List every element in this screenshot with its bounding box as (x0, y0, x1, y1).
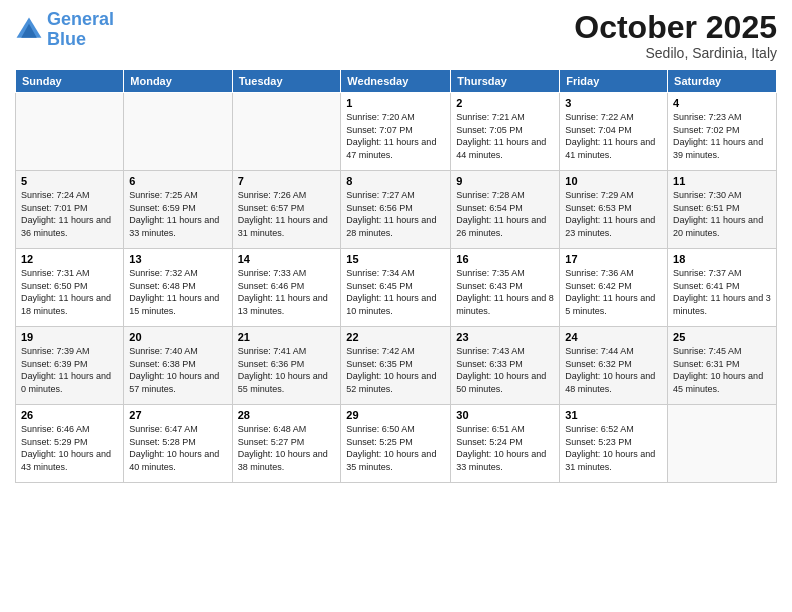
day-cell: 2Sunrise: 7:21 AM Sunset: 7:05 PM Daylig… (451, 93, 560, 171)
day-number: 5 (21, 175, 118, 187)
day-info: Sunrise: 6:47 AM Sunset: 5:28 PM Dayligh… (129, 423, 226, 473)
day-cell: 22Sunrise: 7:42 AM Sunset: 6:35 PM Dayli… (341, 327, 451, 405)
day-cell: 4Sunrise: 7:23 AM Sunset: 7:02 PM Daylig… (668, 93, 777, 171)
day-cell: 9Sunrise: 7:28 AM Sunset: 6:54 PM Daylig… (451, 171, 560, 249)
day-info: Sunrise: 7:35 AM Sunset: 6:43 PM Dayligh… (456, 267, 554, 317)
day-cell: 15Sunrise: 7:34 AM Sunset: 6:45 PM Dayli… (341, 249, 451, 327)
day-cell: 11Sunrise: 7:30 AM Sunset: 6:51 PM Dayli… (668, 171, 777, 249)
day-cell: 6Sunrise: 7:25 AM Sunset: 6:59 PM Daylig… (124, 171, 232, 249)
day-info: Sunrise: 7:27 AM Sunset: 6:56 PM Dayligh… (346, 189, 445, 239)
day-info: Sunrise: 6:51 AM Sunset: 5:24 PM Dayligh… (456, 423, 554, 473)
day-cell: 16Sunrise: 7:35 AM Sunset: 6:43 PM Dayli… (451, 249, 560, 327)
day-cell: 30Sunrise: 6:51 AM Sunset: 5:24 PM Dayli… (451, 405, 560, 483)
day-info: Sunrise: 7:41 AM Sunset: 6:36 PM Dayligh… (238, 345, 336, 395)
day-number: 2 (456, 97, 554, 109)
day-cell: 12Sunrise: 7:31 AM Sunset: 6:50 PM Dayli… (16, 249, 124, 327)
day-cell (232, 93, 341, 171)
day-number: 24 (565, 331, 662, 343)
day-cell: 20Sunrise: 7:40 AM Sunset: 6:38 PM Dayli… (124, 327, 232, 405)
day-cell: 18Sunrise: 7:37 AM Sunset: 6:41 PM Dayli… (668, 249, 777, 327)
day-number: 15 (346, 253, 445, 265)
day-cell: 14Sunrise: 7:33 AM Sunset: 6:46 PM Dayli… (232, 249, 341, 327)
day-cell (16, 93, 124, 171)
page: General Blue October 2025 Sedilo, Sardin… (0, 0, 792, 612)
day-info: Sunrise: 6:48 AM Sunset: 5:27 PM Dayligh… (238, 423, 336, 473)
week-row-4: 19Sunrise: 7:39 AM Sunset: 6:39 PM Dayli… (16, 327, 777, 405)
header-row: SundayMondayTuesdayWednesdayThursdayFrid… (16, 70, 777, 93)
day-cell: 26Sunrise: 6:46 AM Sunset: 5:29 PM Dayli… (16, 405, 124, 483)
day-cell: 23Sunrise: 7:43 AM Sunset: 6:33 PM Dayli… (451, 327, 560, 405)
col-header-thursday: Thursday (451, 70, 560, 93)
day-cell: 31Sunrise: 6:52 AM Sunset: 5:23 PM Dayli… (560, 405, 668, 483)
day-cell: 10Sunrise: 7:29 AM Sunset: 6:53 PM Dayli… (560, 171, 668, 249)
day-number: 3 (565, 97, 662, 109)
day-number: 10 (565, 175, 662, 187)
day-info: Sunrise: 7:42 AM Sunset: 6:35 PM Dayligh… (346, 345, 445, 395)
col-header-sunday: Sunday (16, 70, 124, 93)
day-info: Sunrise: 7:28 AM Sunset: 6:54 PM Dayligh… (456, 189, 554, 239)
week-row-2: 5Sunrise: 7:24 AM Sunset: 7:01 PM Daylig… (16, 171, 777, 249)
day-number: 21 (238, 331, 336, 343)
day-info: Sunrise: 7:21 AM Sunset: 7:05 PM Dayligh… (456, 111, 554, 161)
day-info: Sunrise: 7:37 AM Sunset: 6:41 PM Dayligh… (673, 267, 771, 317)
day-cell: 3Sunrise: 7:22 AM Sunset: 7:04 PM Daylig… (560, 93, 668, 171)
month-title: October 2025 (574, 10, 777, 45)
day-number: 13 (129, 253, 226, 265)
day-info: Sunrise: 7:39 AM Sunset: 6:39 PM Dayligh… (21, 345, 118, 395)
day-info: Sunrise: 6:52 AM Sunset: 5:23 PM Dayligh… (565, 423, 662, 473)
day-info: Sunrise: 7:34 AM Sunset: 6:45 PM Dayligh… (346, 267, 445, 317)
col-header-wednesday: Wednesday (341, 70, 451, 93)
day-number: 18 (673, 253, 771, 265)
day-cell: 27Sunrise: 6:47 AM Sunset: 5:28 PM Dayli… (124, 405, 232, 483)
col-header-saturday: Saturday (668, 70, 777, 93)
day-number: 19 (21, 331, 118, 343)
day-number: 6 (129, 175, 226, 187)
location: Sedilo, Sardinia, Italy (574, 45, 777, 61)
day-info: Sunrise: 7:25 AM Sunset: 6:59 PM Dayligh… (129, 189, 226, 239)
day-number: 31 (565, 409, 662, 421)
day-info: Sunrise: 7:33 AM Sunset: 6:46 PM Dayligh… (238, 267, 336, 317)
day-number: 27 (129, 409, 226, 421)
day-info: Sunrise: 7:22 AM Sunset: 7:04 PM Dayligh… (565, 111, 662, 161)
day-number: 14 (238, 253, 336, 265)
day-number: 17 (565, 253, 662, 265)
day-info: Sunrise: 7:36 AM Sunset: 6:42 PM Dayligh… (565, 267, 662, 317)
calendar-table: SundayMondayTuesdayWednesdayThursdayFrid… (15, 69, 777, 483)
day-number: 25 (673, 331, 771, 343)
logo-icon (15, 16, 43, 44)
day-cell: 5Sunrise: 7:24 AM Sunset: 7:01 PM Daylig… (16, 171, 124, 249)
week-row-3: 12Sunrise: 7:31 AM Sunset: 6:50 PM Dayli… (16, 249, 777, 327)
day-number: 9 (456, 175, 554, 187)
day-cell: 13Sunrise: 7:32 AM Sunset: 6:48 PM Dayli… (124, 249, 232, 327)
col-header-friday: Friday (560, 70, 668, 93)
day-info: Sunrise: 6:50 AM Sunset: 5:25 PM Dayligh… (346, 423, 445, 473)
week-row-5: 26Sunrise: 6:46 AM Sunset: 5:29 PM Dayli… (16, 405, 777, 483)
day-cell: 29Sunrise: 6:50 AM Sunset: 5:25 PM Dayli… (341, 405, 451, 483)
day-number: 16 (456, 253, 554, 265)
day-info: Sunrise: 7:24 AM Sunset: 7:01 PM Dayligh… (21, 189, 118, 239)
day-cell (124, 93, 232, 171)
day-number: 26 (21, 409, 118, 421)
day-number: 4 (673, 97, 771, 109)
day-cell: 17Sunrise: 7:36 AM Sunset: 6:42 PM Dayli… (560, 249, 668, 327)
day-number: 29 (346, 409, 445, 421)
day-number: 20 (129, 331, 226, 343)
day-cell: 21Sunrise: 7:41 AM Sunset: 6:36 PM Dayli… (232, 327, 341, 405)
day-number: 1 (346, 97, 445, 109)
day-info: Sunrise: 7:31 AM Sunset: 6:50 PM Dayligh… (21, 267, 118, 317)
day-number: 7 (238, 175, 336, 187)
day-cell: 19Sunrise: 7:39 AM Sunset: 6:39 PM Dayli… (16, 327, 124, 405)
col-header-monday: Monday (124, 70, 232, 93)
day-number: 12 (21, 253, 118, 265)
title-block: October 2025 Sedilo, Sardinia, Italy (574, 10, 777, 61)
day-number: 28 (238, 409, 336, 421)
day-cell: 8Sunrise: 7:27 AM Sunset: 6:56 PM Daylig… (341, 171, 451, 249)
day-cell (668, 405, 777, 483)
day-info: Sunrise: 7:26 AM Sunset: 6:57 PM Dayligh… (238, 189, 336, 239)
day-cell: 7Sunrise: 7:26 AM Sunset: 6:57 PM Daylig… (232, 171, 341, 249)
day-number: 11 (673, 175, 771, 187)
day-info: Sunrise: 7:30 AM Sunset: 6:51 PM Dayligh… (673, 189, 771, 239)
day-number: 23 (456, 331, 554, 343)
day-info: Sunrise: 7:43 AM Sunset: 6:33 PM Dayligh… (456, 345, 554, 395)
day-number: 22 (346, 331, 445, 343)
